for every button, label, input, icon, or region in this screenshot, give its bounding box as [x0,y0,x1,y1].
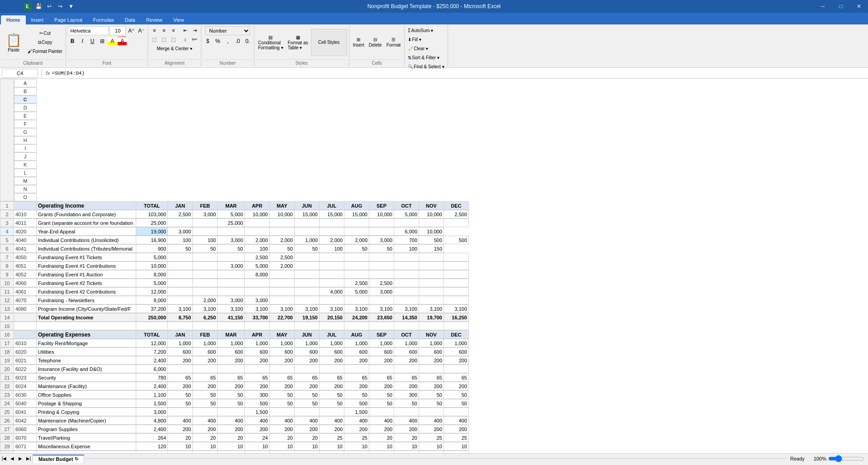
row-number-11[interactable]: 11 [0,288,14,296]
autosum-btn[interactable]: Σ AutoSum ▾ [406,26,434,34]
list-item[interactable]: 25 [193,451,218,454]
list-item[interactable] [320,270,344,279]
list-item[interactable]: 3,000 [218,296,245,304]
tab-insert[interactable]: Insert [26,15,49,24]
list-item[interactable]: 200 [295,382,320,390]
list-item[interactable]: 25 [419,434,444,442]
list-item[interactable] [369,365,394,373]
row-number-16[interactable]: 16 [0,331,14,339]
list-item[interactable] [369,219,394,227]
list-item[interactable]: 19,700 [419,313,444,322]
list-item[interactable]: 6060 [14,425,37,433]
list-item[interactable]: 25 [394,451,419,454]
col-header-J[interactable]: J [14,152,37,161]
row-number-28[interactable]: 28 [0,434,14,442]
list-item[interactable] [295,296,320,304]
list-item[interactable]: 50 [320,451,344,454]
tab-formulas[interactable]: Formulas [88,15,119,24]
list-item[interactable] [193,228,218,236]
list-item[interactable]: 3,100 [394,305,419,313]
list-item[interactable] [444,408,469,416]
increase-indent-btn[interactable]: ⇥ [190,26,199,34]
list-item[interactable]: 6021 [14,356,37,365]
list-item[interactable] [320,228,344,236]
list-item[interactable] [14,322,37,330]
list-item[interactable]: 6042 [14,417,37,425]
list-item[interactable] [320,365,344,373]
list-item[interactable]: 1,000 [344,339,369,347]
list-item[interactable] [344,270,369,279]
list-item[interactable]: 200 [295,356,320,365]
conditional-formatting-btn[interactable]: ▤ ConditionalFormatting ▾ [256,29,285,56]
sort-filter-btn[interactable]: ⇅ Sort & Filter ▾ [406,53,441,62]
list-item[interactable]: 20 [394,434,419,442]
row-number-20[interactable]: 20 [0,365,14,373]
list-item[interactable]: 3,100 [320,305,344,313]
list-item[interactable]: 200 [394,382,419,390]
col-header-L[interactable]: L [14,169,37,177]
list-item[interactable] [168,322,193,330]
row-number-19[interactable]: 19 [0,356,14,365]
list-item[interactable] [193,322,218,330]
list-item[interactable]: 200 [245,356,270,365]
list-item[interactable]: 50 [218,399,245,408]
list-item[interactable] [295,228,320,236]
tab-view[interactable]: View [168,15,190,24]
list-item[interactable]: 50 [270,391,295,399]
list-item[interactable]: 6072 [14,451,37,454]
row-number-17[interactable]: 17 [0,339,14,347]
delete-cells-btn[interactable]: ⊟ Delete [367,29,384,56]
list-item[interactable]: 23,650 [369,313,394,322]
list-item[interactable] [344,228,369,236]
list-item[interactable]: 100 [193,236,218,244]
list-item[interactable]: Security [37,374,136,382]
list-item[interactable] [320,262,344,270]
col-header-H[interactable]: H [14,136,37,144]
list-item[interactable]: 50 [419,391,444,399]
list-item[interactable]: 8,750 [168,313,193,322]
list-item[interactable] [369,296,394,304]
list-item[interactable]: 50 [369,245,394,253]
list-item[interactable]: 2,500 [344,279,369,287]
list-item[interactable]: 120 [136,442,168,451]
list-item[interactable] [218,279,245,287]
list-item[interactable]: 20 [193,434,218,442]
list-item[interactable]: 6,250 [193,313,218,322]
list-item[interactable]: 50 [295,399,320,408]
list-item[interactable] [168,253,193,261]
list-item[interactable] [295,219,320,227]
list-item[interactable] [394,322,419,330]
list-item[interactable]: 6024 [14,382,37,390]
list-item[interactable]: 3,000 [193,210,218,218]
list-item[interactable] [320,296,344,304]
formula-input[interactable] [52,69,866,78]
clear-btn[interactable]: 🧹 Clear ▾ [406,44,429,52]
row-number-24[interactable]: 24 [0,399,14,408]
list-item[interactable]: 200 [419,382,444,390]
row-number-1[interactable]: 1 [0,202,14,210]
format-as-table-btn[interactable]: ▦ Format asTable ▾ [286,29,310,56]
list-item[interactable]: 24,200 [344,313,369,322]
list-item[interactable]: Fundraising Event #1 Auction [37,270,136,279]
wrap-text-btn[interactable]: ≡↵ [190,35,199,43]
list-item[interactable]: 2,000 [270,236,295,244]
list-item[interactable]: Individual Contributions (Tributes/Memor… [37,245,136,253]
list-item[interactable]: 50 [193,391,218,399]
zoom-slider[interactable] [828,455,864,462]
list-item[interactable]: JAN [168,202,193,210]
list-item[interactable]: 100 [168,236,193,244]
list-item[interactable]: 10 [218,442,245,451]
list-item[interactable] [394,296,419,304]
list-item[interactable]: 600 [270,348,295,356]
list-item[interactable] [168,408,193,416]
list-item[interactable]: 200 [444,382,469,390]
list-item[interactable]: 65 [419,374,444,382]
list-item[interactable]: 65 [295,374,320,382]
list-item[interactable] [295,408,320,416]
list-item[interactable]: 20 [369,434,394,442]
list-item[interactable] [218,322,245,330]
list-item[interactable] [168,219,193,227]
list-item[interactable]: 25 [320,434,344,442]
list-item[interactable]: 200 [320,382,344,390]
list-item[interactable]: 10 [369,442,394,451]
